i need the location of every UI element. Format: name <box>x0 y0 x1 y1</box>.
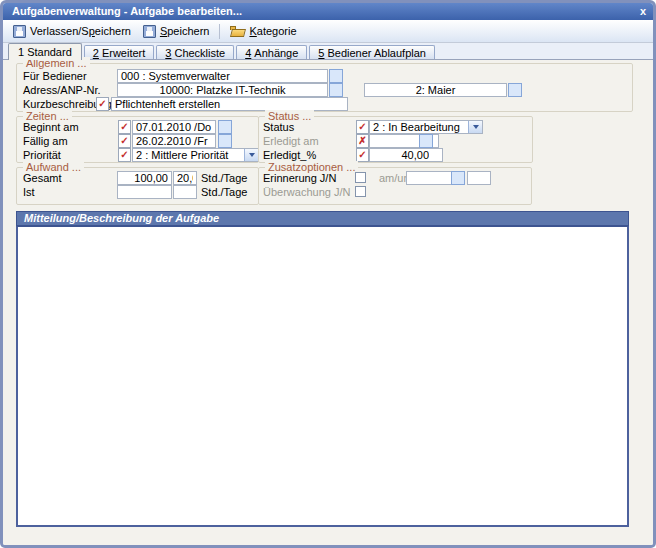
faellig-am-required-button[interactable]: ✓ <box>118 134 131 148</box>
tab-bediener-ablaufplan[interactable]: 5Bediener Ablaufplan <box>309 45 435 59</box>
save-icon <box>143 25 156 38</box>
prioritaet-required-button[interactable]: ✓ <box>118 148 131 162</box>
dropdown-arrow-button[interactable] <box>244 149 258 161</box>
erinnerung-datum-picker-button[interactable] <box>451 171 465 185</box>
tabstrip: 1Standard 2Erweitert 3Checkliste 4Anhäng… <box>3 43 653 60</box>
prioritaet-label: Priorität <box>23 148 61 162</box>
fuer-bediener-label: Für Bediener <box>23 69 87 83</box>
gesamt-stunden-input[interactable] <box>117 171 172 185</box>
toolbar-separator <box>219 24 220 39</box>
verlassen-speichern-button[interactable]: Verlassen/Speichern <box>7 23 137 40</box>
ueberwachung-checkbox[interactable] <box>355 186 366 197</box>
ist-label: Ist <box>23 185 35 199</box>
faellig-am-label: Fällig am <box>23 134 68 148</box>
erledigt-am-picker-button[interactable] <box>419 134 433 148</box>
kategorie-label: Kategorie <box>249 25 296 37</box>
tab-standard[interactable]: 1Standard <box>8 43 82 60</box>
ist-tage-input[interactable] <box>173 185 197 199</box>
verlassen-speichern-label: Verlassen/Speichern <box>30 25 131 37</box>
ist-unit-label: Std./Tage <box>201 185 247 199</box>
ansprechpartner-combo[interactable]: 2: Maier <box>364 83 507 97</box>
window-inner: Aufgabenverwaltung - Aufgabe bearbeiten.… <box>3 3 653 545</box>
gesamt-label: Gesamt <box>23 171 62 185</box>
erinnerung-label: Erinnerung J/N <box>263 171 336 185</box>
group-zusatzoptionen: Zusatzoptionen ... Erinnerung J/N am/um … <box>258 167 532 205</box>
erinnerung-checkbox[interactable] <box>355 172 366 183</box>
kurzbeschreibung-required-button[interactable]: ✓ <box>96 97 109 111</box>
close-button[interactable]: x <box>640 4 646 19</box>
erledigt-prozent-label: Erledigt_% <box>263 148 316 162</box>
status-label: Status <box>263 120 294 134</box>
tab-checkliste[interactable]: 3Checkliste <box>156 45 234 59</box>
ansprechpartner-lookup-button[interactable] <box>508 83 522 97</box>
kurzbeschreibung-input[interactable] <box>111 97 348 111</box>
beginnt-am-required-button[interactable]: ✓ <box>118 120 131 134</box>
window-title: Aufgabenverwaltung - Aufgabe bearbeiten.… <box>12 3 640 20</box>
dropdown-arrow-button[interactable] <box>468 121 482 133</box>
erledigt-prozent-input[interactable] <box>369 148 443 162</box>
group-status: Status ... Status ✓ 2 : In Bearbeitung E… <box>258 116 533 163</box>
mitteilung-header: Mitteilung/Beschreibung der Aufgabe <box>16 211 629 226</box>
tab-page-standard: Allgemein ... Für Bediener 000 : Systemv… <box>3 60 653 545</box>
gesamt-unit-label: Std./Tage <box>201 171 247 185</box>
toolbar: Verlassen/Speichern Speichern Kategorie <box>3 20 653 43</box>
speichern-label: Speichern <box>160 25 210 37</box>
tab-erweitert[interactable]: 2Erweitert <box>84 45 155 59</box>
ist-stunden-input[interactable] <box>117 185 172 199</box>
faellig-am-input[interactable] <box>132 134 216 148</box>
beginnt-am-picker-button[interactable] <box>218 120 232 134</box>
group-allgemein: Allgemein ... Für Bediener 000 : Systemv… <box>16 63 633 112</box>
gesamt-tage-input[interactable] <box>173 171 197 185</box>
open-folder-icon <box>230 26 245 37</box>
save-icon <box>13 25 26 38</box>
status-combo[interactable]: 2 : In Bearbeitung <box>369 120 483 134</box>
app-window: Aufgabenverwaltung - Aufgabe bearbeiten.… <box>0 0 656 548</box>
kategorie-button[interactable]: Kategorie <box>224 23 302 39</box>
faellig-am-picker-button[interactable] <box>218 134 232 148</box>
chevron-down-icon <box>473 125 479 129</box>
group-aufwand: Aufwand ... Gesamt Std./Tage Ist Std./Ta… <box>16 167 259 205</box>
tab-anhaenge[interactable]: 4Anhänge <box>236 45 307 59</box>
beginnt-am-input[interactable] <box>132 120 216 134</box>
status-required-button[interactable]: ✓ <box>356 120 369 134</box>
erledigt-prozent-required-button[interactable]: ✓ <box>356 148 369 162</box>
adress-anp-lookup-button[interactable] <box>329 83 343 97</box>
prioritaet-combo[interactable]: 2 : Mittlere Priorität <box>132 148 259 162</box>
fuer-bediener-combo[interactable]: 000 : Systemverwalter <box>117 69 328 83</box>
fuer-bediener-lookup-button[interactable] <box>329 69 343 83</box>
titlebar[interactable]: Aufgabenverwaltung - Aufgabe bearbeiten.… <box>3 3 653 20</box>
ueberwachung-label: Überwachung J/N <box>263 185 350 199</box>
chevron-down-icon <box>249 153 255 157</box>
speichern-button[interactable]: Speichern <box>137 23 216 40</box>
erinnerung-zeit-input[interactable] <box>467 171 491 185</box>
group-zeiten: Zeiten ... Beginnt am ✓ Fällig am ✓ Prio… <box>16 116 259 163</box>
beginnt-am-label: Beginnt am <box>23 120 79 134</box>
adress-anp-combo[interactable]: 10000: Platzke IT-Technik <box>117 83 328 97</box>
erledigt-am-label: Erledigt am <box>263 134 319 148</box>
mitteilung-textarea[interactable] <box>16 226 629 527</box>
erledigt-am-cross-button[interactable]: ✗ <box>356 134 369 148</box>
adress-anp-label: Adress/ANP-Nr. <box>23 83 101 97</box>
